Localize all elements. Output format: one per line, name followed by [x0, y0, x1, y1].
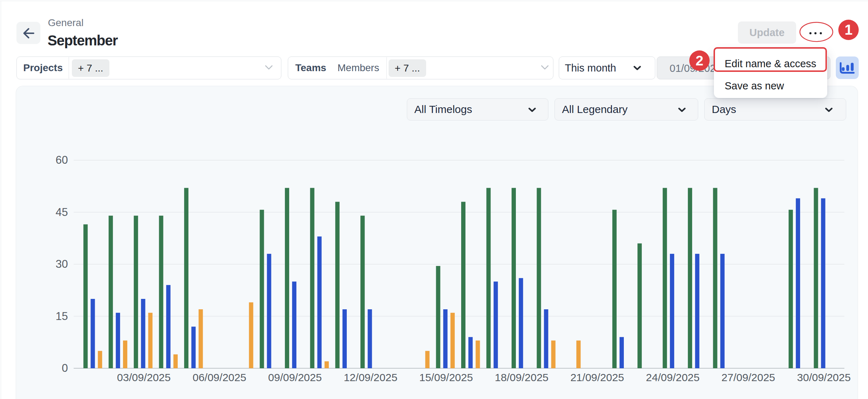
svg-text:30: 30	[56, 258, 68, 270]
svg-text:12/09/2025: 12/09/2025	[344, 371, 397, 383]
svg-text:15: 15	[56, 310, 68, 322]
svg-text:60: 60	[56, 154, 68, 166]
svg-text:06/09/2025: 06/09/2025	[193, 371, 246, 383]
svg-text:03/09/2025: 03/09/2025	[117, 371, 171, 383]
svg-text:24/09/2025: 24/09/2025	[646, 371, 700, 383]
svg-text:45: 45	[56, 206, 68, 218]
svg-text:18/09/2025: 18/09/2025	[495, 371, 548, 383]
svg-text:0: 0	[62, 362, 68, 374]
svg-text:21/09/2025: 21/09/2025	[570, 371, 624, 383]
svg-text:30/09/2025: 30/09/2025	[797, 371, 851, 383]
svg-text:09/09/2025: 09/09/2025	[268, 371, 322, 383]
svg-text:27/09/2025: 27/09/2025	[721, 371, 775, 383]
svg-text:15/09/2025: 15/09/2025	[419, 371, 473, 383]
